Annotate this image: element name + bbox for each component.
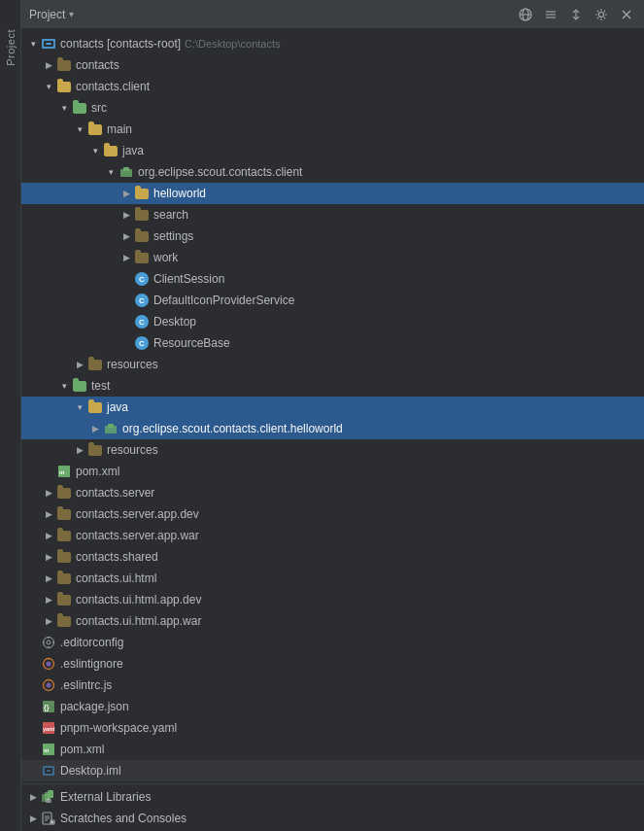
expand-arrow[interactable]: ▶ [41,57,56,73]
tree-item-label: helloworld [153,187,206,200]
sidebar-project-tab[interactable]: Project [0,0,21,831]
gear-icon-btn[interactable] [592,5,611,24]
xml-file-icon-root: m [41,742,56,757]
folder-icon [87,121,103,137]
tree-row[interactable]: ▶ contacts [21,54,644,76]
tree-item-label: main [107,122,132,136]
header-actions [516,5,636,24]
tree-item-label: contacts.server.app.dev [76,507,199,521]
expand-arrow[interactable]: ▶ [72,442,87,458]
svg-point-20 [47,641,51,644]
sort-icon-btn[interactable] [566,5,586,24]
tree-row[interactable]: ▶ Scratches and Consoles [21,808,644,829]
expand-arrow[interactable]: ▶ [25,789,41,805]
expand-arrow[interactable]: ▶ [25,811,41,826]
tree-row[interactable]: ▾ test [21,375,644,397]
expand-arrow[interactable]: ▶ [41,506,56,522]
tree-row[interactable]: ▾ java [21,140,644,161]
expand-arrow[interactable]: ▾ [41,79,56,94]
tree-row[interactable]: ▶ org.eclipse.scout.contacts.client.hell… [21,418,644,439]
tree-item-label: contacts.ui.html.app.dev [76,593,201,606]
expand-arrow[interactable]: ▾ [87,143,103,158]
tree-row[interactable]: .eslintignore [21,653,644,675]
folder-icon [134,228,150,244]
tree-item-label: contacts.client [76,80,150,93]
tree-row[interactable]: ▶ contacts.ui.html.app.war [21,610,644,632]
panel-header: Project ▾ [21,0,644,29]
tree-row[interactable]: {} package.json [21,696,644,717]
tree-item-label: contacts.ui.html [76,571,156,585]
expand-arrow[interactable]: ▶ [41,549,56,565]
tree-row[interactable]: yaml pnpm-workspace.yaml [21,717,644,739]
tree-row[interactable]: C ResourceBase [21,332,644,354]
tree-item-label: resources [107,443,158,457]
tree-row[interactable]: ▾ java [21,397,644,418]
tree-row[interactable]: ▶ resources [21,439,644,461]
tree-row[interactable]: ▶ contacts.ui.html [21,568,644,589]
expand-arrow[interactable]: ▶ [72,357,87,372]
tree-row[interactable]: ▶ contacts.server.app.dev [21,503,644,525]
close-icon-btn[interactable] [617,5,636,24]
tree-row[interactable]: ▶ helloworld [21,183,644,204]
tree-row[interactable]: C DefaultIconProviderService [21,290,644,311]
expand-arrow[interactable]: ▶ [41,613,56,629]
tree-row[interactable]: ▶ contacts.shared [21,546,644,568]
folder-icon [134,207,150,223]
tree-row[interactable]: C ClientSession [21,268,644,290]
tree-item-label: test [91,379,110,393]
expand-arrow[interactable]: ▶ [41,571,56,586]
tree-row[interactable]: ▾ org.eclipse.scout.contacts.client [21,161,644,183]
tree-row[interactable]: ▾ main [21,119,644,140]
expand-arrow[interactable]: ▶ [87,421,103,436]
expand-arrow[interactable]: ▾ [56,100,72,116]
expand-arrow[interactable]: ▶ [119,207,134,223]
svg-point-19 [44,638,54,648]
tree-row[interactable]: Desktop.iml [21,760,644,781]
expand-arrow[interactable]: ▶ [41,485,56,501]
java-folder-icon [87,399,103,415]
expand-arrow[interactable]: ▾ [72,399,87,415]
tree-row[interactable]: m pom.xml [21,461,644,482]
tree-row[interactable]: .eslintrc.js [21,675,644,696]
tree-row[interactable]: ▶ contacts.server.app.war [21,525,644,546]
folder-icon [56,613,72,629]
tree-item-label: resources [107,358,158,371]
eslint-icon [41,656,56,672]
svg-rect-37 [47,770,51,772]
folder-icon [134,186,150,201]
folder-icon [56,592,72,607]
tree-row[interactable]: ▶ settings [21,225,644,247]
expand-arrow[interactable]: ▶ [119,250,134,265]
svg-rect-40 [48,790,53,798]
tree-row[interactable]: ▶ contacts.server [21,482,644,503]
folder-icon [56,506,72,522]
tree-row[interactable]: ▾ src [21,97,644,119]
expand-arrow[interactable]: ▶ [41,528,56,543]
tree-item-label: .eslintignore [60,657,123,671]
expand-arrow[interactable]: ▾ [56,378,72,394]
tree-row[interactable]: ▶ resources [21,354,644,375]
tree-item-label: contacts [contacts-root] [60,37,181,51]
tree-row[interactable]: ▾ contacts.client [21,76,644,97]
expand-arrow[interactable]: ▾ [103,164,119,180]
tree-row[interactable]: ▾ contacts [contacts-root] C:\Desktop\co… [21,33,644,54]
lines-icon-btn[interactable] [541,5,560,24]
tree-row[interactable]: C Desktop [21,311,644,332]
tree-item-label: contacts.ui.html.app.war [76,614,201,628]
tree-row[interactable]: ▶ search [21,204,644,225]
tree-row[interactable]: .editorconfig [21,632,644,653]
tree-row[interactable]: ▶ External Libraries [21,786,644,808]
expand-arrow[interactable]: ▾ [25,36,41,52]
dropdown-arrow[interactable]: ▾ [69,9,74,19]
expand-arrow[interactable]: ▶ [119,186,134,201]
expand-arrow[interactable]: ▶ [41,592,56,607]
expand-arrow[interactable]: ▶ [119,228,134,244]
globe-icon-btn[interactable] [516,5,535,24]
tree-row[interactable]: ▶ contacts.ui.html.app.dev [21,589,644,610]
expand-arrow[interactable]: ▾ [72,121,87,137]
folder-icon [56,79,72,94]
svg-text:m: m [44,747,49,753]
tree-row[interactable]: m pom.xml [21,739,644,760]
tree-row[interactable]: ▶ work [21,247,644,268]
tree-item-label: settings [153,229,193,243]
